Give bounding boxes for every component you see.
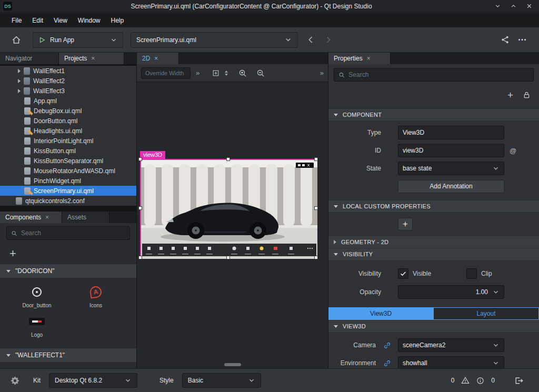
- expand-chevron-icon[interactable]: [18, 79, 21, 83]
- selection-handle[interactable]: [138, 256, 142, 259]
- add-property-button[interactable]: +: [507, 90, 513, 100]
- tree-item[interactable]: WallEffect1: [0, 66, 136, 76]
- add-component-button[interactable]: +: [9, 248, 16, 259]
- properties-search-input[interactable]: [348, 71, 529, 78]
- menu-file[interactable]: File: [6, 15, 27, 26]
- link-icon[interactable]: [376, 359, 398, 367]
- style-dropdown[interactable]: Basic: [182, 373, 261, 388]
- zoom-out-icon[interactable]: [256, 69, 265, 77]
- tree-item[interactable]: InteriorPointLight.qml: [0, 136, 136, 146]
- tree-item[interactable]: DoorButton.qml: [0, 116, 136, 126]
- properties-search[interactable]: [334, 68, 534, 82]
- selection-handle[interactable]: [314, 157, 318, 161]
- tree-item[interactable]: PinchWidget.qml: [0, 176, 136, 186]
- expand-chevron-icon[interactable]: [18, 69, 21, 73]
- component-icons[interactable]: A Icons: [66, 284, 125, 308]
- override-width-input[interactable]: [141, 67, 191, 79]
- maximize-button[interactable]: [506, 1, 520, 12]
- clip-checkbox-unchecked[interactable]: [466, 268, 477, 279]
- tab-components[interactable]: Components ×: [0, 212, 62, 223]
- visible-checkbox-checked[interactable]: [398, 268, 408, 279]
- selection-handle[interactable]: [314, 206, 318, 210]
- exit-icon[interactable]: [514, 376, 523, 385]
- back-button[interactable]: [306, 35, 315, 44]
- expand-chevron-icon[interactable]: [18, 89, 21, 93]
- kit-dropdown[interactable]: Desktop Qt 6.8.2: [49, 373, 137, 388]
- toolbar-overflow-chevron-right[interactable]: »: [320, 69, 324, 77]
- tree-item[interactable]: qtquickcontrols2.conf: [0, 196, 136, 206]
- minimize-button[interactable]: [491, 1, 504, 12]
- component-logo[interactable]: Logo: [7, 314, 66, 338]
- more-options-button[interactable]: •••: [514, 32, 532, 48]
- design-canvas[interactable]: view3D: [137, 82, 328, 368]
- tab-projects[interactable]: Projects ×: [59, 53, 124, 64]
- tab-components-close-icon[interactable]: ×: [45, 214, 49, 221]
- document-selector[interactable]: ScreenPrimary.ui.qml: [131, 32, 298, 48]
- id-field[interactable]: [398, 144, 504, 157]
- state-dropdown[interactable]: base state: [398, 162, 504, 175]
- zoom-level-stepper[interactable]: [225, 71, 228, 76]
- tab-assets[interactable]: Assets: [62, 212, 109, 223]
- settings-gear-icon[interactable]: [11, 376, 19, 385]
- selection-handle[interactable]: [314, 256, 318, 259]
- menu-window[interactable]: Window: [73, 15, 106, 26]
- tab-2d-close-icon[interactable]: ×: [154, 55, 158, 62]
- menu-edit[interactable]: Edit: [27, 15, 48, 26]
- close-button[interactable]: [522, 1, 536, 12]
- selection-handle[interactable]: [138, 157, 142, 161]
- add-annotation-button[interactable]: Add Annotation: [398, 180, 504, 193]
- section-header-walleffect1[interactable]: "WALLEFFECT1": [0, 348, 136, 362]
- run-app-chevron-icon[interactable]: [110, 36, 117, 44]
- section-header-geometry-2d[interactable]: GEOMETRY - 2D: [328, 236, 539, 248]
- zoom-in-icon[interactable]: [238, 69, 247, 77]
- menu-help[interactable]: Help: [106, 15, 129, 26]
- tree-item[interactable]: WallEffect2: [0, 76, 136, 86]
- section-header-local-custom-properties[interactable]: LOCAL CUSTOM PROPERTIES: [328, 200, 539, 212]
- component-door-button[interactable]: Door_button: [7, 284, 66, 308]
- toolbar-overflow-chevron[interactable]: »: [196, 69, 199, 77]
- warning-icon[interactable]: [461, 376, 470, 385]
- selection-handle[interactable]: [138, 206, 142, 210]
- tree-item[interactable]: KissButtonSeparator.qml: [0, 156, 136, 166]
- tab-navigator[interactable]: Navigator: [0, 53, 59, 64]
- view3d-selection[interactable]: view3D: [140, 159, 316, 258]
- fit-canvas-icon[interactable]: [212, 69, 219, 77]
- run-app-button[interactable]: Run App: [33, 32, 123, 48]
- tree-item[interactable]: Headlights.ui.qml: [0, 126, 136, 136]
- tree-item[interactable]: MouseRotatorAndWASD.qml: [0, 166, 136, 176]
- info-icon[interactable]: [476, 377, 484, 385]
- tab-properties[interactable]: Properties ×: [328, 53, 391, 64]
- section-header-view3d[interactable]: VIEW3D: [328, 320, 539, 332]
- type-input[interactable]: [403, 129, 500, 136]
- tree-item-selected[interactable]: ScreenPrimary.ui.qml: [0, 186, 136, 196]
- home-button[interactable]: [7, 32, 25, 48]
- components-search-input[interactable]: [21, 229, 125, 237]
- tree-item[interactable]: WallEffect3: [0, 86, 136, 96]
- tab-2d[interactable]: 2D ×: [137, 53, 179, 64]
- share-button[interactable]: [496, 32, 514, 48]
- camera-dropdown[interactable]: sceneCamera2: [398, 338, 504, 352]
- section-header-dooricon[interactable]: "DOORICON": [0, 264, 136, 278]
- selection-handle[interactable]: [226, 256, 230, 259]
- tree-item[interactable]: KissButton.qml: [0, 146, 136, 156]
- canvas-horizontal-scrollbar[interactable]: [224, 363, 241, 366]
- type-field[interactable]: [398, 126, 504, 139]
- section-header-visibility[interactable]: VISIBILITY: [328, 248, 539, 260]
- subtab-layout[interactable]: Layout: [433, 307, 539, 320]
- tab-projects-close-icon[interactable]: ×: [91, 55, 95, 62]
- menu-view[interactable]: View: [48, 15, 73, 26]
- selection-handle[interactable]: [226, 157, 230, 161]
- opacity-spinbox[interactable]: 1.00: [398, 285, 504, 299]
- environment-dropdown[interactable]: showhall: [398, 356, 504, 368]
- subtab-view3d[interactable]: View3D: [328, 307, 433, 320]
- lock-icon[interactable]: [523, 91, 531, 99]
- tree-item[interactable]: DebugBox.ui.qml: [0, 106, 136, 116]
- id-input[interactable]: [403, 147, 500, 154]
- add-custom-property-button[interactable]: +: [398, 218, 413, 230]
- tab-properties-close-icon[interactable]: ×: [367, 55, 371, 62]
- link-icon[interactable]: [376, 341, 398, 349]
- annotation-at-icon[interactable]: @: [510, 147, 516, 155]
- tree-item[interactable]: App.qml: [0, 96, 136, 106]
- components-search[interactable]: [6, 226, 130, 240]
- forward-button[interactable]: [324, 35, 333, 44]
